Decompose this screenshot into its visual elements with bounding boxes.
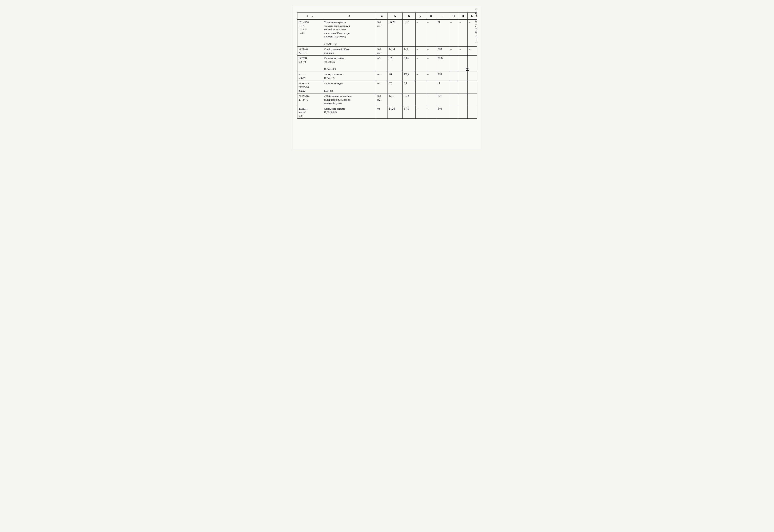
- cell-col1: I9.ПТП п.4–74: [297, 56, 323, 72]
- cell-col3: I00 м2: [376, 93, 388, 106]
- header-col10-label: 10: [452, 14, 455, 18]
- page-number: 17: [465, 68, 470, 71]
- header-col6-label: 6: [408, 14, 410, 18]
- cell-col7: –: [426, 56, 436, 72]
- cell-col5: 8,65: [403, 56, 415, 72]
- cell-col6: –: [415, 56, 426, 72]
- table-row: 22.27–I44 27–34–6«Шебеночное основание т…: [297, 93, 477, 106]
- table-row: I7.I –II70 I–II75 I–II8–5, • – 6Уплотнен…: [297, 19, 477, 46]
- cell-col7: –: [426, 93, 436, 106]
- cell-col8: 208: [436, 47, 449, 56]
- cell-col5: 9,73: [403, 93, 415, 106]
- cell-col1: 2I.Указ. к ЕРЕР–84 п.2.22: [297, 81, 323, 93]
- cell-col6: –: [415, 93, 426, 106]
- table-row: I9.ПТП п.4–74Стоимость щебня 40–70 мм I7…: [297, 56, 477, 72]
- cell-col10: [458, 72, 467, 81]
- table-row: 23.ПСП часть I п.43Стоимость битума I7,3…: [297, 106, 477, 119]
- cell-col5: 0,I: [403, 81, 415, 93]
- cell-col2: Уплотнение грунта засыпки виброкатками м…: [323, 19, 376, 46]
- cell-col9: –: [449, 47, 458, 56]
- header-col2-label: 2: [312, 14, 314, 18]
- cell-col9: [449, 81, 458, 93]
- cell-col3: тн: [376, 106, 388, 119]
- header-col9-label: 9: [442, 14, 443, 18]
- table-row: 20.–"– п.4–7IТо же, IO–20мм ° I7,34 xI,5…: [297, 72, 477, 81]
- cell-col2: Слой толщиной I50мм из щебня: [323, 47, 376, 56]
- header-col7: 7: [415, 13, 426, 20]
- cell-col1: 23.ПСП часть I п.43: [297, 106, 323, 119]
- main-table: 1 2 3 4 5 6 7 8 9 10 II I2 I7.I –II70 I–…: [297, 12, 477, 119]
- cell-col5: I2,0: [403, 47, 415, 56]
- table-row: 2I.Указ. к ЕРЕР–84 п.2.22Стоимость воды …: [297, 81, 477, 93]
- header-col1: 1 2: [297, 13, 323, 20]
- cell-col10: [458, 93, 467, 106]
- cell-col2: Стоимость щебня 40–70 мм I7,34 xI8,9: [323, 56, 376, 72]
- cell-col3: м3: [376, 56, 388, 72]
- cell-col4: I7,34: [388, 47, 403, 56]
- cell-col1: 20.–"– п.4–7I: [297, 72, 323, 81]
- cell-col6: –: [415, 19, 426, 46]
- header-col11: II: [458, 13, 467, 20]
- cell-col10: –: [458, 19, 467, 46]
- cell-col8: 540: [436, 106, 449, 119]
- header-col4: 4: [376, 13, 388, 20]
- header-col10: 10: [449, 13, 458, 20]
- cell-col1: I8.27–44 27–II–I: [297, 47, 323, 56]
- cell-col7: [426, 81, 436, 93]
- cell-col2: Стоимость битума I7,3Ix 0,824: [323, 106, 376, 119]
- header-col5: 5: [388, 13, 403, 20]
- cell-col7: –: [426, 19, 436, 46]
- header-col6: 6: [403, 13, 415, 20]
- header-col8: 8: [426, 13, 436, 20]
- header-col9: 9: [436, 13, 449, 20]
- cell-col4: 328: [388, 56, 403, 72]
- header-col4-label: 4: [381, 14, 383, 18]
- cell-col9: [449, 56, 458, 72]
- cell-col3: I00 м2: [376, 47, 388, 56]
- cell-col8: 2I: [436, 19, 449, 46]
- cell-col5: 3,37: [403, 19, 415, 46]
- cell-col10: [458, 81, 467, 93]
- cell-col4: 52: [388, 81, 403, 93]
- right-margin: А.М.Х 1.П.Р. 50I-07-5.84: [471, 6, 481, 149]
- margin-doc-ref: А.М.Х: [474, 8, 478, 17]
- cell-col2: Стоимость воды I7,34 x3: [323, 81, 376, 93]
- cell-col1: 22.27–I44 27–34–6: [297, 93, 323, 106]
- cell-col3: м3: [376, 72, 388, 81]
- cell-col5: 37,9: [403, 106, 415, 119]
- cell-col4: . 6,26: [388, 19, 403, 46]
- cell-col6: [415, 81, 426, 93]
- header-col3: 3: [323, 13, 376, 20]
- header-col1-label: 1: [307, 14, 308, 18]
- cell-col6: –: [415, 106, 426, 119]
- cell-col8: . I: [436, 81, 449, 93]
- cell-col8: I68: [436, 93, 449, 106]
- cell-col1: I7.I –II70 I–II75 I–II8–5, • – 6: [297, 19, 323, 46]
- cell-col5: IO,7: [403, 72, 415, 81]
- cell-col3: I00 м3: [376, 19, 388, 46]
- cell-col4: 26: [388, 72, 403, 81]
- table-row: I8.27–44 27–II–IСлой толщиной I50мм из щ…: [297, 47, 477, 56]
- header-col3-label: 3: [349, 14, 350, 18]
- cell-col10: [458, 106, 467, 119]
- cell-col9: [449, 106, 458, 119]
- cell-col2: «Шебеночное основание толщиной 80мм. про…: [323, 93, 376, 106]
- cell-col10: –: [458, 47, 467, 56]
- table-body: I7.I –II70 I–II75 I–II8–5, • – 6Уплотнен…: [297, 19, 477, 119]
- cell-col7: –: [426, 106, 436, 119]
- header-col5-label: 5: [394, 14, 396, 18]
- cell-col8: 2837: [436, 56, 449, 72]
- cell-col6: –: [415, 47, 426, 56]
- page-container: 1 2 3 4 5 6 7 8 9 10 II I2 I7.I –II70 I–…: [293, 6, 481, 149]
- margin-doc-number: 1.П.Р. 50I-07-5.84: [474, 19, 478, 43]
- cell-col2: То же, IO–20мм ° I7,34 xI,5: [323, 72, 376, 81]
- table-header-row: 1 2 3 4 5 6 7 8 9 10 II I2: [297, 13, 477, 20]
- cell-col9: [449, 93, 458, 106]
- cell-col6: –: [415, 72, 426, 81]
- cell-col4: I4,26: [388, 106, 403, 119]
- cell-col9: –: [449, 19, 458, 46]
- cell-col8: 278: [436, 72, 449, 81]
- cell-col7: –: [426, 47, 436, 56]
- cell-col4: I7,3I: [388, 93, 403, 106]
- cell-col7: –: [426, 72, 436, 81]
